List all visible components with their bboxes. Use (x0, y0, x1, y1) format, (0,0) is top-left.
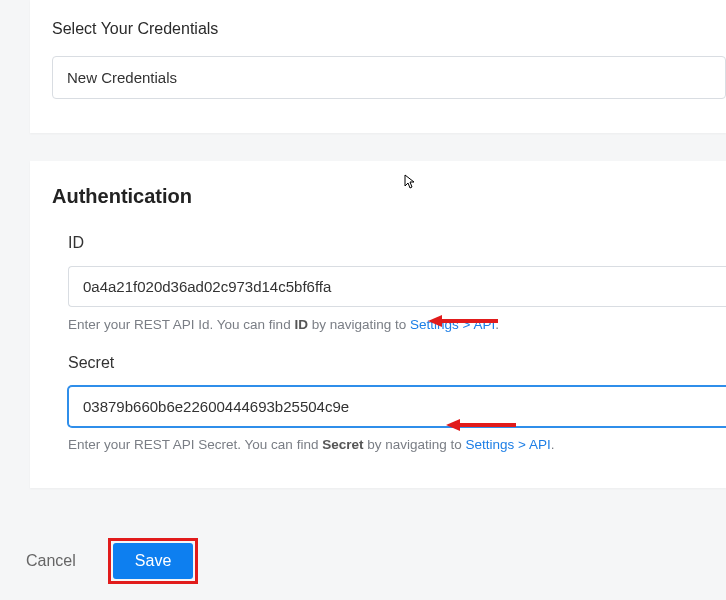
id-hint-link[interactable]: Settings > API (410, 317, 495, 332)
credentials-select[interactable]: New Credentials (52, 56, 726, 99)
id-field-block: ID Enter your REST API Id. You can find … (30, 234, 726, 332)
id-input[interactable] (68, 266, 726, 307)
id-hint: Enter your REST API Id. You can find ID … (68, 317, 726, 332)
secret-hint-link[interactable]: Settings > API (466, 437, 551, 452)
save-button-highlight: Save (108, 538, 198, 584)
id-label: ID (68, 234, 726, 252)
cancel-button[interactable]: Cancel (22, 544, 80, 578)
footer-actions: Cancel Save (22, 538, 198, 584)
credentials-label: Select Your Credentials (30, 20, 726, 38)
secret-input[interactable] (68, 386, 726, 427)
secret-field-block: Secret Enter your REST API Secret. You c… (30, 354, 726, 452)
authentication-heading: Authentication (30, 185, 726, 208)
credentials-card: Select Your Credentials New Credentials (30, 0, 726, 133)
secret-hint: Enter your REST API Secret. You can find… (68, 437, 726, 452)
credentials-selected-value: New Credentials (67, 69, 177, 86)
secret-label: Secret (68, 354, 726, 372)
authentication-card: Authentication ID Enter your REST API Id… (30, 161, 726, 488)
save-button[interactable]: Save (113, 543, 193, 579)
